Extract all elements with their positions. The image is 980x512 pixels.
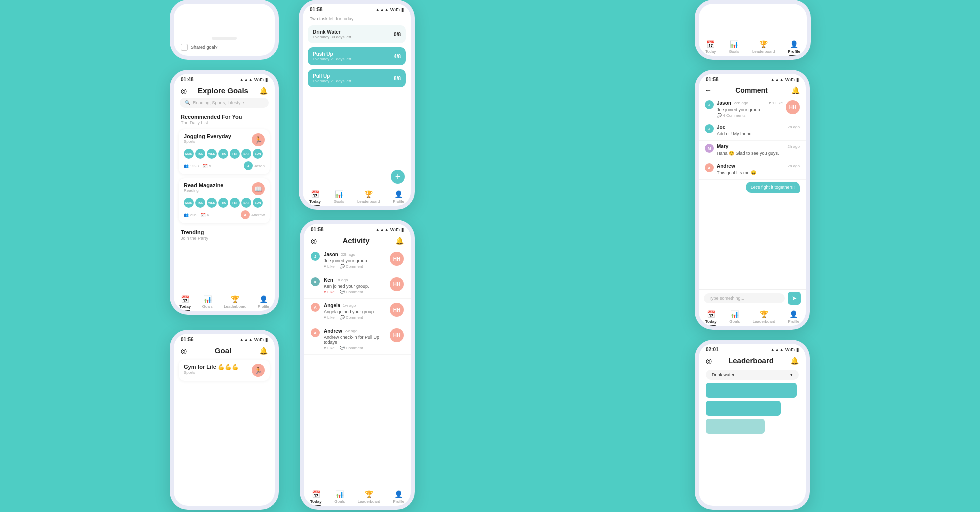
nav-lb-comment[interactable]: 🏆 Leaderboard xyxy=(753,310,776,324)
task-push-up[interactable]: Push Up Everyday 21 days left 4/8 xyxy=(308,48,406,66)
join-party-label: Join the Party xyxy=(174,236,275,243)
goal-card-gym[interactable]: Gym for Life 💪💪💪 Sports 🏃 xyxy=(179,360,270,381)
phone-profile-snippet: 📅 Today 📊 Goals 🏆 Leaderboard 👤 Profile xyxy=(695,0,811,60)
send-button[interactable]: ➤ xyxy=(788,292,801,305)
activity-item-jason[interactable]: J Jason 22h ago Joe joined your group. ♥… xyxy=(304,248,411,274)
nav-bar-tasks: 📅 Today 📊 Goals 🏆 Leaderboard 👤 Profile xyxy=(303,187,411,206)
nav-lb-activity[interactable]: 🏆 Leaderboard xyxy=(358,490,380,504)
comment-andrew[interactable]: 💬 Comment xyxy=(340,346,364,350)
shared-goal-checkbox[interactable] xyxy=(181,44,188,51)
avatar-ken-activity: K xyxy=(311,278,320,286)
bell-icon-activity[interactable]: 🔔 xyxy=(396,237,404,245)
daily-list-label: The Daily List xyxy=(174,120,275,128)
nav-lb-explore[interactable]: 🏆 Leaderboard xyxy=(224,296,246,309)
activity-item-ken[interactable]: K Ken 1d ago Ken joined your group. ♥ Li… xyxy=(304,274,411,299)
goal-card-jogging[interactable]: Jogging Everyday Sports 🏃 MON TUE WED TH… xyxy=(179,130,270,174)
goal-footer-magazine: 👥 226 📅 4 A Andrew xyxy=(184,210,265,220)
nav-today-tasks[interactable]: 📅 Today xyxy=(310,190,321,204)
like-ken[interactable]: ♥ Like xyxy=(324,290,335,294)
lb-dropdown[interactable]: Drink water ▾ xyxy=(706,370,799,380)
comment-input-row: Type something... ➤ xyxy=(699,290,806,307)
nav-today-activity[interactable]: 📅 Today xyxy=(310,490,322,504)
nav-goals-comment[interactable]: 📊 Goals xyxy=(730,310,740,324)
goal-card-magazine[interactable]: Read Magazine Reading 📖 MON TUE WED THU … xyxy=(179,178,270,224)
bell-icon-comment[interactable]: 🔔 xyxy=(792,86,800,94)
comment-username-jason: Jason xyxy=(717,100,732,106)
goal-name-gym: Gym for Life 💪💪💪 xyxy=(184,364,239,370)
time-angela-activity: 1w ago xyxy=(343,304,356,308)
back-btn-comment[interactable]: ← xyxy=(705,86,712,94)
days-row-jogging: MON TUE WED THU FRI SAT SUN xyxy=(184,149,265,159)
recommended-title: Recommended For You xyxy=(174,112,275,120)
nav-goals-activity[interactable]: 📊 Goals xyxy=(334,490,345,504)
target-icon: ◎ xyxy=(181,87,187,95)
trending-title: Trending xyxy=(174,228,275,236)
like-angela[interactable]: ♥ Like xyxy=(324,316,335,320)
username-angela-activity: Angela xyxy=(324,303,340,308)
search-bar[interactable]: 🔍 Reading, Sports, Lifestyle... xyxy=(180,98,269,108)
comment-time-joe: 2h ago xyxy=(788,125,800,130)
nav-profile-explore[interactable]: 👤 Profile xyxy=(258,296,270,309)
comment-username-joe: Joe xyxy=(717,124,726,130)
nav-profile-comment[interactable]: 👤 Profile xyxy=(788,310,800,324)
username-jason-activity: Jason xyxy=(324,252,338,258)
comment-input[interactable]: Type something... xyxy=(704,294,785,304)
bell-icon-lb[interactable]: 🔔 xyxy=(790,357,799,365)
nav-today-explore[interactable]: 📅 Today xyxy=(180,296,191,309)
msg-andrew-activity: Andrew check-in for Pull Up today!! xyxy=(324,335,386,345)
nav-today-profile[interactable]: 📅 Today xyxy=(706,40,716,54)
comment-ken[interactable]: 💬 Comment xyxy=(340,290,364,294)
task-sub-pushup: Everyday 21 days left xyxy=(313,57,351,62)
task-pull-up[interactable]: Pull Up Everyday 21 days left 8/8 xyxy=(308,70,406,88)
time-jason-activity: 22h ago xyxy=(341,252,356,257)
goal-icon-gym: 🏃 xyxy=(252,364,265,377)
nav-profile-active[interactable]: 👤 Profile xyxy=(788,40,800,54)
nav-goals-tasks[interactable]: 📊 Goals xyxy=(334,190,344,204)
comment-time-mary: 2h ago xyxy=(788,144,800,149)
nav-today-comment[interactable]: 📅 Today xyxy=(706,310,717,324)
activity-item-angela[interactable]: A Angela 1w ago Angela joined your group… xyxy=(304,299,411,324)
avatar-jason-comment: J xyxy=(705,100,714,110)
comment-jason[interactable]: 💬 Comment xyxy=(340,264,364,269)
comment-title: Comment xyxy=(712,86,792,94)
nav-bar-profile: 📅 Today 📊 Goals 🏆 Leaderboard 👤 Profile xyxy=(699,37,807,56)
profile-icon-tasks: 👤 xyxy=(394,190,403,198)
bell-icon[interactable]: 🔔 xyxy=(260,87,268,95)
task-drink-water[interactable]: Drink Water Everyday 30 days left 0/8 xyxy=(308,26,406,44)
explore-header: ◎ Explore Goals 🔔 xyxy=(174,84,275,98)
nav-bar-activity: 📅 Today 📊 Goals 🏆 Leaderboard 👤 Profile xyxy=(304,487,411,506)
comment-time-jason: 22h ago xyxy=(734,101,748,106)
comment-like-jason[interactable]: ♥ 1 Like xyxy=(769,101,783,106)
day-sun: SUN xyxy=(253,149,263,159)
day-wed: WED xyxy=(207,149,217,159)
avatar-andrew-comment: A xyxy=(705,164,714,172)
comment-time-andrew: 2h ago xyxy=(788,164,800,168)
bell-icon-goal[interactable]: 🔔 xyxy=(260,347,268,355)
like-andrew[interactable]: ♥ Like xyxy=(324,346,335,350)
target-icon-lb: ◎ xyxy=(706,357,712,365)
fab-plus[interactable]: + xyxy=(391,170,405,184)
nav-profile-activity[interactable]: 👤 Profile xyxy=(394,490,405,504)
days-row-magazine: MON TUE WED THU FRI SAT SUN xyxy=(184,198,265,208)
comment-reply-jason[interactable]: 💬 4 Comments xyxy=(717,114,783,118)
activity-item-andrew[interactable]: A Andrew 2w ago Andrew check-in for Pull… xyxy=(304,324,411,355)
time-andrew-activity: 2w ago xyxy=(345,329,358,334)
nav-bar-comment: 📅 Today 📊 Goals 🏆 Leaderboard 👤 Profile xyxy=(699,307,806,326)
activity-header: ◎ Activity 🔔 xyxy=(304,234,411,248)
goal-icon-jogging: 🏃 xyxy=(252,134,265,146)
nav-profile-tasks[interactable]: 👤 Profile xyxy=(393,190,404,204)
lb-bar-3 xyxy=(706,419,765,434)
nav-goals-profile[interactable]: 📊 Goals xyxy=(729,40,740,54)
day-sat: SAT xyxy=(242,149,252,159)
nav-goals-explore[interactable]: 📊 Goals xyxy=(202,296,213,309)
chevron-down-icon: ▾ xyxy=(790,372,793,378)
nav-lb-profile[interactable]: 🏆 Leaderboard xyxy=(752,40,775,54)
status-bar-comment: 01:58 ▲▲▲WiFi▮ xyxy=(699,74,806,84)
like-jason[interactable]: ♥ Like xyxy=(324,264,335,269)
comment-angela[interactable]: 💬 Comment xyxy=(340,316,364,320)
lb-bar-2 xyxy=(706,401,781,416)
avatar-andrew: A xyxy=(241,210,250,220)
avatar-andrew-activity: A xyxy=(311,328,320,338)
explore-title: Explore Goals xyxy=(198,86,248,95)
nav-lb-tasks[interactable]: 🏆 Leaderboard xyxy=(358,190,380,204)
